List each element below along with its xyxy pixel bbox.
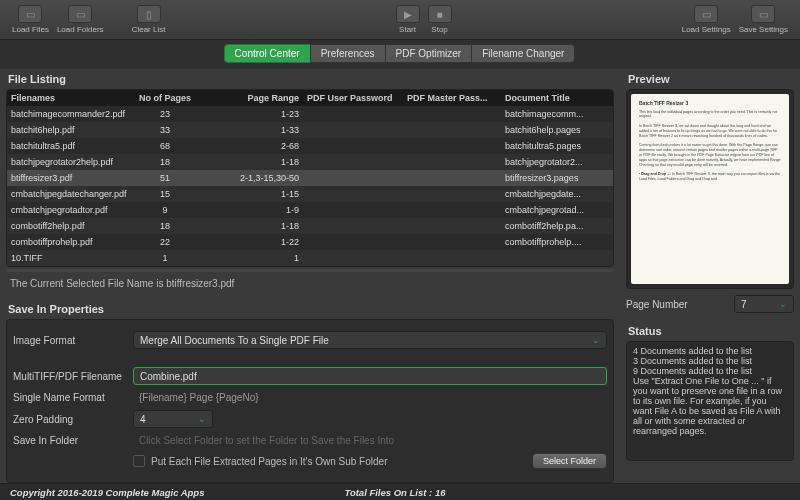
save-settings-button[interactable]: ▭Save Settings: [739, 5, 788, 34]
col-master-pass[interactable]: PDF Master Pass...: [403, 90, 501, 106]
tab-bar: Control Center Preferences PDF Optimizer…: [0, 40, 800, 69]
footer-bar: Copyright 2016-2019 Complete Magic Apps …: [0, 483, 800, 500]
chevron-down-icon: ⌄: [779, 299, 787, 309]
page-number-label: Page Number: [626, 299, 734, 310]
stop-button[interactable]: ■Stop: [428, 5, 452, 34]
multi-filename-label: MultiTIFF/PDF Filename: [13, 371, 133, 382]
single-name-format-label: Single Name Format: [13, 392, 133, 403]
total-files-text: Total Files On List : 16: [334, 487, 455, 498]
tab-preferences[interactable]: Preferences: [310, 44, 386, 63]
single-name-format-value: {Filename} Page {PageNo}: [133, 390, 607, 405]
col-user-pass[interactable]: PDF User Password: [303, 90, 403, 106]
table-row[interactable]: combotiffprohelp.pdf221-22combotiffprohe…: [7, 234, 613, 250]
select-folder-button[interactable]: Select Folder: [532, 453, 607, 469]
play-icon: ▶: [396, 5, 420, 23]
status-log[interactable]: 4 Documents added to the list3 Documents…: [626, 341, 794, 461]
image-format-label: Image Format: [13, 335, 133, 346]
col-doc-title[interactable]: Document Title: [501, 90, 607, 106]
table-row[interactable]: cmbatchjpegrotadtor.pdf91-9cmbatchjpegro…: [7, 202, 613, 218]
image-format-select[interactable]: Merge All Documents To a Single PDF File…: [133, 331, 607, 349]
file-listing-title: File Listing: [6, 69, 614, 89]
table-body[interactable]: batchimagecommander2.pdf231-23batchimage…: [7, 106, 613, 267]
zero-padding-label: Zero Padding: [13, 414, 133, 425]
table-row[interactable]: 12.TIFF11: [7, 266, 613, 267]
copyright-text: Copyright 2016-2019 Complete Magic Apps: [0, 487, 214, 498]
tab-control-center[interactable]: Control Center: [224, 44, 311, 63]
col-filenames[interactable]: Filenames: [7, 90, 135, 106]
col-range[interactable]: Page Range: [195, 90, 303, 106]
save-properties-title: Save In Properties: [6, 299, 614, 319]
save-properties-panel: Image Format Merge All Documents To a Si…: [6, 319, 614, 483]
subfolder-check-label: Put Each File Extracted Pages in It's Ow…: [151, 456, 532, 467]
clear-list-button[interactable]: ▯Clear List: [132, 5, 166, 34]
table-row[interactable]: batchitultra5.pdf682-68batchitultra5.pag…: [7, 138, 613, 154]
main-toolbar: ▭Load Files ▭Load Folders ▯Clear List ▶S…: [0, 0, 800, 40]
file-listing-table: Filenames No of Pages Page Range PDF Use…: [6, 89, 614, 267]
chevron-down-icon: ⌄: [198, 414, 206, 424]
col-pages[interactable]: No of Pages: [135, 90, 195, 106]
table-row[interactable]: batchimagecommander2.pdf231-23batchimage…: [7, 106, 613, 122]
preview-page-heading: Batch TIFF Resizer 3: [639, 100, 781, 107]
status-line: 9 Documents added to the list: [633, 366, 787, 376]
save-folder-placeholder: Click Select Folder to set the Folder to…: [133, 433, 607, 448]
table-row[interactable]: cmbatchjpegdatechanger.pdf151-15cmbatchj…: [7, 186, 613, 202]
status-title: Status: [626, 321, 794, 341]
zero-padding-select[interactable]: 4⌄: [133, 410, 213, 428]
preview-pane: Batch TIFF Resizer 3 This lets load the …: [626, 89, 794, 289]
tab-filename-changer[interactable]: Filename Changer: [471, 44, 575, 63]
load-files-button[interactable]: ▭Load Files: [12, 5, 49, 34]
selected-file-status: The Current Selected File Name is btiffr…: [6, 272, 614, 299]
save-icon: ▭: [751, 5, 775, 23]
preview-page-render: Batch TIFF Resizer 3 This lets load the …: [631, 94, 789, 284]
stop-icon: ■: [428, 5, 452, 23]
table-header: Filenames No of Pages Page Range PDF Use…: [7, 90, 613, 106]
page-number-select[interactable]: 7⌄: [734, 295, 794, 313]
document-icon: ▭: [18, 5, 42, 23]
table-row[interactable]: 10.TIFF11: [7, 250, 613, 266]
folder-icon: ▭: [68, 5, 92, 23]
table-row[interactable]: batchjpegrotator2help.pdf181-18batchjpeg…: [7, 154, 613, 170]
table-row[interactable]: combotiff2help.pdf181-18combotiff2help.p…: [7, 218, 613, 234]
table-row[interactable]: btiffresizer3.pdf512-1,3-15,30-50btiffre…: [7, 170, 613, 186]
page-icon: ▯: [137, 5, 161, 23]
load-settings-button[interactable]: ▭Load Settings: [682, 5, 731, 34]
chevron-down-icon: ⌄: [592, 335, 600, 345]
save-folder-label: Save In Folder: [13, 435, 133, 446]
subfolder-checkbox[interactable]: [133, 455, 145, 467]
preview-title: Preview: [626, 69, 794, 89]
status-line: 4 Documents added to the list: [633, 346, 787, 356]
table-row[interactable]: batchit6help.pdf331-33batchit6help.pages: [7, 122, 613, 138]
start-button[interactable]: ▶Start: [396, 5, 420, 34]
folder-open-icon: ▭: [694, 5, 718, 23]
multi-filename-input[interactable]: [133, 367, 607, 385]
status-line: Use "Extract One File to One ... " if yo…: [633, 376, 787, 436]
tab-pdf-optimizer[interactable]: PDF Optimizer: [385, 44, 473, 63]
load-folders-button[interactable]: ▭Load Folders: [57, 5, 104, 34]
status-line: 3 Documents added to the list: [633, 356, 787, 366]
